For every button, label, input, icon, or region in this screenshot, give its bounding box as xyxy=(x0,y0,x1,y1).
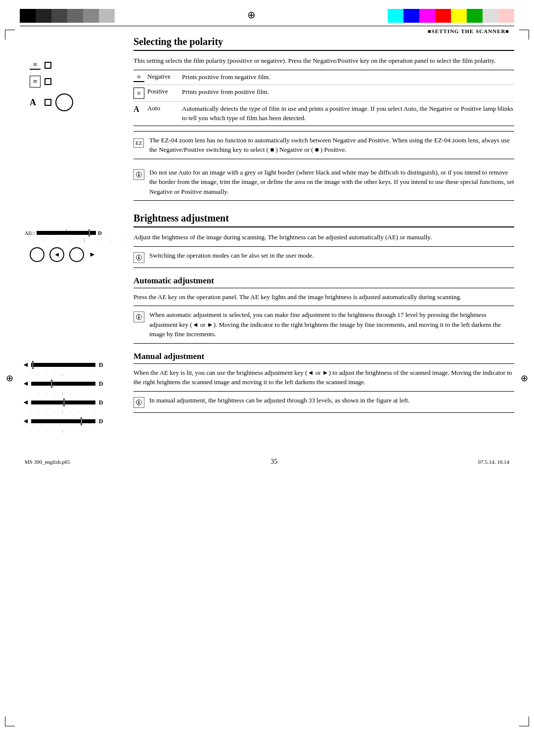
reg-mark-tl xyxy=(5,30,15,40)
neg-square xyxy=(44,62,51,69)
polarity-label-auto: Auto xyxy=(147,104,182,112)
main-content: ≡ ≡ A AE□ | D xyxy=(0,36,534,433)
note-ez04-text: The EZ-04 zoom lens has no function to a… xyxy=(149,135,514,155)
ms-left-arrow-4: ◄ xyxy=(22,417,29,425)
reg-mark-bl xyxy=(5,716,15,726)
manual-text: When the AE key is lit, you can use the … xyxy=(134,368,514,387)
note-auto-adj-text: When automatic adjustment is selected, y… xyxy=(149,310,514,339)
polarity-icon-auto: A xyxy=(134,104,144,114)
ms-d-1: D xyxy=(99,361,103,369)
manual-slider-row-2: ◄ D xyxy=(22,380,119,388)
tick-row-3: ····|···· xyxy=(30,410,94,414)
note-auto-adj: 🛈 When automatic adjustment is selected,… xyxy=(134,306,514,344)
color-bar-right xyxy=(388,9,514,23)
polarity-desc-pos: Prints positive from positive film. xyxy=(182,88,514,97)
color-bar-left xyxy=(20,9,115,23)
note-manual-adj-icon: 🛈 xyxy=(134,396,149,408)
note-auto-text: Do not use Auto for an image with a grey… xyxy=(149,168,514,197)
tick-row-2: ····|···· xyxy=(30,392,94,396)
polarity-mode-diagram: ≡ ≡ A xyxy=(30,61,119,111)
ms-track-1 xyxy=(31,361,95,368)
ms-d-2: D xyxy=(99,380,103,388)
polarity-table: ≡ Negative Prints positive from negative… xyxy=(134,70,514,126)
polarity-intro: This setting selects the film polarity (… xyxy=(134,56,514,66)
mode-row-positive: ≡ xyxy=(30,76,119,88)
ctrl-circle-left-arrow: ◄ xyxy=(49,247,64,262)
ae-indicator xyxy=(89,229,90,236)
note-manual-adj-text: In manual adjustment, the brightness can… xyxy=(149,396,514,405)
note-switching: 🛈 Switching the operation modes can be a… xyxy=(134,246,514,268)
ctrl-arrow-right: ► xyxy=(89,251,96,259)
ms-track-2 xyxy=(31,380,95,387)
polarity-row-positive: ≡ Positive Prints positive from positive… xyxy=(134,85,514,102)
ms-d-4: D xyxy=(99,418,103,425)
ae-controls: ◄ ► xyxy=(30,247,119,262)
section-header-right-mark: ■ xyxy=(505,28,509,34)
tick-row-1: ····|···· xyxy=(30,373,94,377)
note-switching-icon: 🛈 xyxy=(134,251,149,264)
note-ez04: EZ The EZ-04 zoom lens has no function t… xyxy=(134,131,514,159)
page-footer: MS 300_english.p65 35 07.5.14. 10.14 xyxy=(0,443,534,471)
auto-text: Press the AE key on the operation panel.… xyxy=(134,292,514,302)
auto-title: Automatic adjustment xyxy=(134,276,514,288)
crosshair-right: ⊕ xyxy=(521,373,528,384)
ae-slider-wrap: AE□ | D xyxy=(25,230,119,236)
page-number: 35 xyxy=(270,458,277,466)
brightness-intro: Adjust the brightness of the image durin… xyxy=(134,232,514,242)
manual-slider-row-3: ◄ D xyxy=(22,399,119,406)
note-ez04-icon: EZ xyxy=(134,135,149,148)
tick-row-4: ····|···· xyxy=(30,429,94,433)
ctrl-circle-left xyxy=(30,247,44,262)
ms-track-3 xyxy=(31,399,95,406)
polarity-icon-neg: ≡ xyxy=(134,73,144,83)
ae-tick-labels: ···|··· xyxy=(44,238,125,242)
mode-row-auto: A xyxy=(30,93,119,111)
polarity-label-pos: Positive xyxy=(147,88,182,95)
ae-d: D xyxy=(98,230,102,236)
section-header-left-mark: ■ xyxy=(428,28,432,34)
brightness-title: Brightness adjustment xyxy=(134,213,514,227)
ae-label: AE□ xyxy=(25,230,35,236)
manual-sliders: ◄ D ····|···· ◄ D ····|· xyxy=(22,361,119,433)
polarity-row-negative: ≡ Negative Prints positive from negative… xyxy=(134,70,514,86)
note-auto-adj-icon: 🛈 xyxy=(134,310,149,323)
ctrl-circle-right xyxy=(69,247,84,262)
pos-square xyxy=(44,78,51,85)
note-switching-text: Switching the operation modes can be als… xyxy=(149,251,514,261)
ms-d-3: D xyxy=(99,399,103,406)
pos-icon: ≡ xyxy=(30,76,41,88)
footer-date: 07.5.14. 10.14 xyxy=(478,459,509,465)
auto-icon: A xyxy=(30,97,41,108)
footer-filename: MS 300_english.p65 xyxy=(25,459,70,465)
polarity-desc-auto: Automatically detects the type of film i… xyxy=(182,104,514,123)
right-column: Selecting the polarity This setting sele… xyxy=(129,36,514,433)
note-auto-icon: 🛈 xyxy=(134,168,149,180)
reg-mark-br xyxy=(519,716,529,726)
note-auto: 🛈 Do not use Auto for an image with a gr… xyxy=(134,164,514,201)
ms-track-4 xyxy=(31,418,95,425)
auto-circle xyxy=(55,93,73,111)
neg-icon: ≡ xyxy=(30,61,41,70)
polarity-desc-neg: Prints positive from negative film. xyxy=(182,73,514,82)
ae-track: | xyxy=(37,231,96,235)
ms-left-arrow-3: ◄ xyxy=(22,399,29,406)
manual-slider-row-4: ◄ D xyxy=(22,417,119,425)
left-column: ≡ ≡ A AE□ | D xyxy=(20,36,129,433)
brightness-slider-diagram: AE□ | D ···|··· ◄ ► xyxy=(25,230,119,262)
reg-mark-tr xyxy=(519,30,529,40)
manual-title: Manual adjustment xyxy=(134,352,514,364)
color-bars: ⊕ xyxy=(0,0,534,23)
polarity-icon-pos: ≡ xyxy=(134,88,144,99)
auto-square xyxy=(44,99,51,106)
ms-left-arrow-1: ◄ xyxy=(22,361,29,369)
top-crosshair: ⊕ xyxy=(247,9,256,21)
polarity-row-auto: A Auto Automatically detects the type of… xyxy=(134,102,514,126)
note-manual-adj: 🛈 In manual adjustment, the brightness c… xyxy=(134,391,514,413)
crosshair-left: ⊕ xyxy=(6,373,13,384)
polarity-title: Selecting the polarity xyxy=(134,36,514,51)
section-header: ■ SETTING THE SCANNER ■ xyxy=(0,26,534,36)
section-header-text: SETTING THE SCANNER xyxy=(432,28,506,34)
mode-row-negative: ≡ xyxy=(30,61,119,70)
ms-left-arrow-2: ◄ xyxy=(22,380,29,388)
polarity-label-neg: Negative xyxy=(147,73,182,81)
